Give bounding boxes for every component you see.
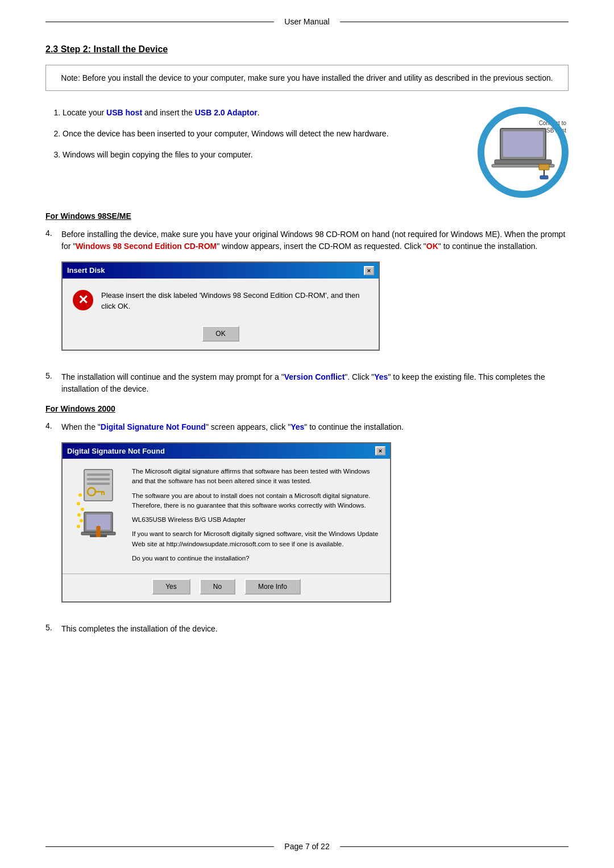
header-line-left [45, 22, 274, 22]
dialog-title-insert: Insert Disk [67, 265, 105, 276]
ok-label: OK [426, 242, 438, 251]
dialog-icon-area [73, 467, 124, 546]
dialog-message-insert: Please insert the disk labeled 'Windows … [101, 290, 368, 312]
step-2: Once the device has been inserted to you… [63, 128, 455, 140]
version-conflict-label: Version Conflict [284, 372, 345, 381]
step-1: Locate your USB host and insert the USB … [63, 107, 455, 119]
svg-point-20 [77, 525, 80, 528]
step-3: Windows will begin copying the files to … [63, 149, 455, 161]
usb-circle [478, 107, 569, 198]
step-5-win2000: 5. This completes the installation of th… [45, 623, 569, 635]
step-5-win98: 5. The installation will continue and th… [45, 371, 569, 395]
note-box: Note: Before you install the device to y… [45, 65, 569, 91]
steps-list: Locate your USB host and insert the USB … [45, 107, 455, 170]
svg-rect-9 [87, 478, 110, 480]
usb-adaptor-label: USB 2.0 Adaptor [195, 108, 258, 117]
header-title: User Manual [274, 17, 339, 26]
step-5-num: 5. [45, 371, 57, 395]
yes-label-win2000: Yes [291, 422, 304, 431]
page-header: User Manual [45, 17, 569, 28]
dialog-title-bar-insert: Insert Disk × [63, 263, 379, 279]
step-4-win2000: 4. When the "Digital Signature Not Found… [45, 421, 569, 614]
dialog-body-digsig: The Microsoft digital signature affirms … [63, 459, 390, 574]
steps-initial-section: Locate your USB host and insert the USB … [45, 107, 569, 198]
digsig-p5: Do you want to continue the installation… [132, 554, 380, 563]
step-5-content: The installation will continue and the s… [61, 371, 569, 395]
ok-button-insert[interactable]: OK [202, 326, 239, 342]
svg-rect-6 [540, 176, 548, 179]
dialog-close-insert[interactable]: × [364, 266, 374, 275]
svg-point-16 [77, 502, 80, 505]
win98-cd-label: Windows 98 Second Edition CD-ROM [76, 242, 217, 251]
digsig-p3: WL635USB Wireless B/G USB Adapter [132, 515, 380, 525]
insert-disk-dialog: Insert Disk × ✕ Please insert the disk l… [61, 261, 380, 351]
svg-rect-1 [503, 131, 543, 157]
usb-host-label: USB host [106, 108, 142, 117]
step-5-win2000-content: This completes the installation of the d… [61, 623, 569, 635]
svg-point-18 [77, 513, 81, 517]
usb-illustration: Connect to the USB host [455, 107, 569, 198]
yes-button-digsig[interactable]: Yes [152, 579, 190, 595]
dialog-title-digsig: Digital Signature Not Found [67, 446, 165, 457]
svg-rect-2 [495, 160, 551, 164]
dialog-footer-insert: OK [63, 321, 379, 350]
digsig-p4: If you want to search for Microsoft digi… [132, 529, 380, 549]
page-footer: Page 7 of 22 [0, 842, 614, 851]
svg-rect-8 [87, 474, 110, 476]
dialog-title-bar-digsig: Digital Signature Not Found × [63, 443, 390, 459]
svg-point-17 [81, 508, 84, 511]
step-4-num: 4. [45, 229, 57, 362]
svg-point-19 [80, 519, 83, 522]
note-text: Note: Before you install the device to y… [61, 73, 553, 82]
laptop-svg [489, 126, 557, 180]
digsig-p2: The software you are about to install do… [132, 491, 380, 511]
section-heading: 2.3 Step 2: Install the Device [45, 44, 569, 55]
dialog-footer-digsig: Yes No More Info [63, 574, 390, 601]
step-4-win2000-content: When the "Digital Signature Not Found" s… [61, 421, 569, 614]
svg-rect-4 [539, 164, 549, 170]
digital-signature-dialog: Digital Signature Not Found × [61, 442, 391, 603]
dialog-body-insert: ✕ Please insert the disk labeled 'Window… [63, 279, 379, 321]
no-button-digsig[interactable]: No [200, 579, 235, 595]
svg-point-15 [78, 493, 82, 497]
header-line-right [340, 22, 569, 22]
footer-text: Page 7 of 22 [274, 842, 339, 851]
footer-line-left [45, 846, 274, 847]
step-4-win2000-num: 4. [45, 421, 57, 614]
yes-label-win98: Yes [374, 372, 388, 381]
dialog-close-digsig[interactable]: × [375, 446, 385, 455]
digsig-icon-svg [76, 467, 121, 546]
step-4-win98: 4. Before installing the device, make su… [45, 229, 569, 362]
subsection-windows2000: For Windows 2000 [45, 404, 569, 413]
step-5-win2000-num: 5. [45, 623, 57, 635]
error-icon: ✕ [73, 290, 93, 310]
svg-point-25 [96, 526, 101, 530]
svg-rect-26 [96, 530, 101, 537]
subsection-windows98: For Windows 98SE/ME [45, 211, 569, 221]
digsig-p1: The Microsoft digital signature affirms … [132, 467, 380, 487]
step-4-content: Before installing the device, make sure … [61, 229, 569, 362]
svg-rect-10 [87, 483, 110, 485]
digital-sig-label: Digital Signature Not Found [101, 422, 206, 431]
dialog-text-digsig: The Microsoft digital signature affirms … [132, 467, 380, 568]
more-info-button-digsig[interactable]: More Info [244, 579, 301, 595]
footer-line-right [340, 846, 569, 847]
